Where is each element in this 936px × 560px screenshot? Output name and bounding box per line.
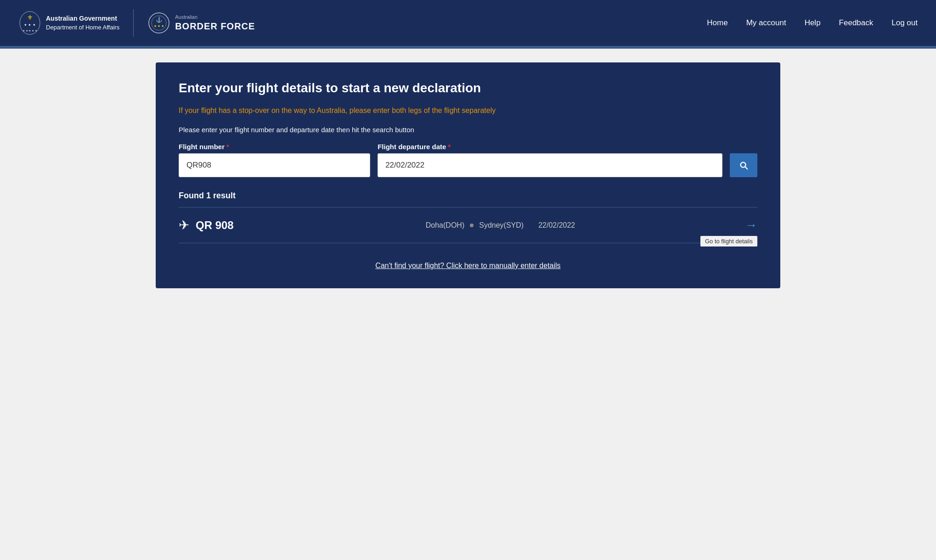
departure-date-input[interactable] — [378, 153, 722, 177]
departure-date-label: Flight departure date* — [378, 143, 722, 151]
svg-text:✦ ✦ ✦: ✦ ✦ ✦ — [24, 23, 35, 27]
aus-gov-logo: ⚜ ✦ ✦ ✦ ★ ★ ★ ★ ★ Australian Government … — [18, 11, 119, 36]
logo-divider — [133, 9, 134, 37]
flight-number-label: Flight number* — [179, 143, 370, 151]
flight-tooltip: Go to flight details — [700, 236, 757, 246]
cant-find-section: Can't find your flight? Click here to ma… — [179, 257, 757, 270]
required-star-date: * — [448, 143, 451, 151]
origin-label: Doha(DOH) — [426, 221, 464, 230]
abf-text: Australian BORDER FORCE — [175, 14, 255, 32]
go-to-flight-arrow[interactable]: → — [745, 218, 757, 232]
svg-point-4 — [149, 13, 169, 33]
nav-logout[interactable]: Log out — [891, 18, 918, 28]
result-flight-number: QR 908 — [196, 219, 255, 232]
svg-text:★ ★ ★: ★ ★ ★ — [154, 24, 164, 28]
abf-crest-icon: ⚓ ★ ★ ★ — [147, 11, 170, 36]
flight-route: Doha(DOH) Sydney(SYD) 22/02/2022 — [255, 221, 745, 230]
svg-text:★ ★ ★ ★ ★: ★ ★ ★ ★ ★ — [23, 29, 37, 32]
nav-help[interactable]: Help — [805, 18, 821, 28]
nav-feedback[interactable]: Feedback — [839, 18, 874, 28]
header-logos: ⚜ ✦ ✦ ✦ ★ ★ ★ ★ ★ Australian Government … — [18, 9, 255, 37]
destination-label: Sydney(SYD) — [479, 221, 524, 230]
instruction-text: Please enter your flight number and depa… — [179, 126, 757, 134]
page-title: Enter your flight details to start a new… — [179, 81, 757, 95]
results-heading: Found 1 result — [179, 191, 757, 201]
site-header: ⚜ ✦ ✦ ✦ ★ ★ ★ ★ ★ Australian Government … — [0, 0, 936, 46]
cant-find-link[interactable]: Can't find your flight? Click here to ma… — [375, 262, 560, 269]
abf-logo: ⚓ ★ ★ ★ Australian BORDER FORCE — [147, 11, 255, 36]
aus-gov-crest-icon: ⚜ ✦ ✦ ✦ ★ ★ ★ ★ ★ — [18, 11, 41, 36]
departure-date-group: Flight departure date* — [378, 143, 722, 177]
svg-text:⚓: ⚓ — [156, 16, 163, 23]
flight-details-card: Enter your flight details to start a new… — [156, 62, 780, 288]
flight-icon: ✈ — [179, 218, 189, 233]
required-star-flight: * — [226, 143, 229, 151]
nav-home[interactable]: Home — [707, 18, 727, 28]
route-dot-icon — [470, 224, 474, 227]
flight-number-input[interactable] — [179, 153, 370, 177]
flight-number-group: Flight number* — [179, 143, 370, 177]
stopover-notice: If your flight has a stop-over on the wa… — [179, 106, 757, 115]
flight-search-form: Flight number* Flight departure date* — [179, 143, 757, 177]
results-bottom-divider — [179, 243, 757, 243]
flight-result-row[interactable]: ✈ QR 908 Doha(DOH) Sydney(SYD) 22/02/202… — [179, 207, 757, 243]
svg-text:⚜: ⚜ — [27, 14, 33, 21]
main-content: Enter your flight details to start a new… — [0, 49, 936, 302]
search-icon — [739, 160, 749, 170]
nav-my-account[interactable]: My account — [746, 18, 786, 28]
result-date: 22/02/2022 — [538, 221, 575, 230]
aus-gov-text: Australian Government Department of Home… — [46, 14, 119, 32]
header-nav: Home My account Help Feedback Log out — [707, 18, 918, 28]
search-button[interactable] — [730, 153, 757, 177]
